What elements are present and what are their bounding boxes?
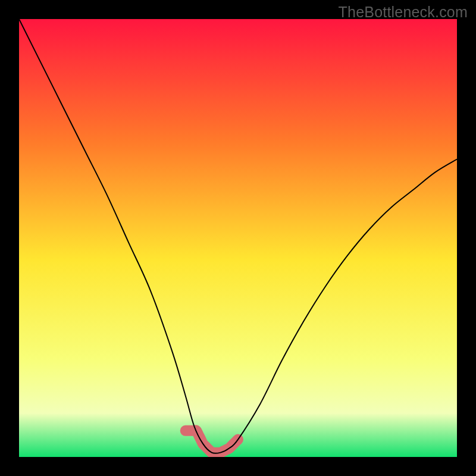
gradient-background <box>19 19 457 457</box>
watermark-text: TheBottleneck.com <box>339 4 468 21</box>
chart-svg <box>19 19 457 457</box>
chart-frame: TheBottleneck.com <box>0 0 476 476</box>
plot-area <box>19 19 457 457</box>
